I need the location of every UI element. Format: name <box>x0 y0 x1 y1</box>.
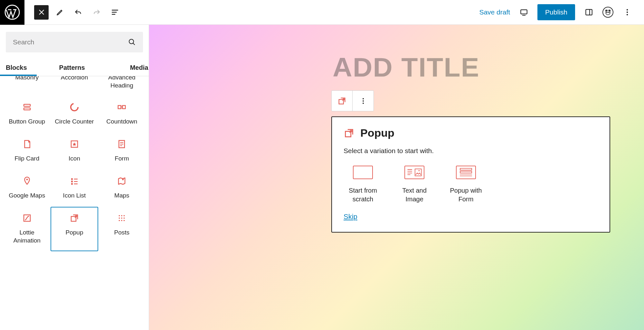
svg-point-35 <box>121 220 122 221</box>
svg-rect-12 <box>24 105 30 106</box>
top-toolbar: Save draft Publish <box>0 0 644 25</box>
text-image-variation-icon <box>404 166 424 179</box>
close-icon <box>37 8 46 16</box>
popup-block-placeholder: Popup Select a variation to start with. … <box>331 116 610 233</box>
redo-button[interactable] <box>89 5 104 20</box>
kebab-icon <box>359 96 368 105</box>
undo-button[interactable] <box>71 5 85 20</box>
block-advanced-heading[interactable]: Advanced Heading <box>98 76 146 96</box>
tab-blocks[interactable]: Blocks <box>0 60 37 76</box>
svg-point-40 <box>363 103 364 104</box>
block-countdown[interactable]: Countdown <box>98 96 146 133</box>
block-flip-card[interactable]: Flip Card <box>3 133 51 170</box>
svg-point-21 <box>26 179 28 180</box>
svg-rect-42 <box>415 169 421 176</box>
block-maps[interactable]: Maps <box>98 170 146 207</box>
svg-point-32 <box>121 218 122 219</box>
svg-point-8 <box>626 9 628 10</box>
block-more-button[interactable] <box>353 91 374 111</box>
maps-icon <box>117 176 127 186</box>
block-posts[interactable]: Posts <box>98 207 146 251</box>
svg-point-33 <box>124 218 125 219</box>
svg-point-31 <box>119 218 120 219</box>
svg-point-9 <box>626 12 628 13</box>
svg-rect-15 <box>118 105 121 109</box>
block-accordion[interactable]: Accordion <box>51 76 98 96</box>
svg-point-43 <box>419 170 420 171</box>
sidebar-icon <box>585 8 593 16</box>
skip-button[interactable]: Skip <box>344 213 357 221</box>
preview-button[interactable] <box>516 5 531 20</box>
popup-block-title: Popup <box>360 127 394 139</box>
icon-list-icon <box>70 176 79 186</box>
svg-rect-1 <box>521 10 527 14</box>
svg-point-30 <box>124 215 125 216</box>
countdown-icon <box>117 102 127 112</box>
more-options-button[interactable] <box>620 5 634 20</box>
panda-avatar-icon <box>604 8 612 16</box>
scratch-variation-icon <box>353 166 373 179</box>
circle-counter-icon <box>70 102 79 112</box>
block-type-button[interactable] <box>332 91 353 111</box>
wordpress-logo[interactable] <box>0 0 24 25</box>
user-avatar[interactable] <box>602 7 613 18</box>
svg-point-25 <box>122 179 124 180</box>
posts-icon <box>117 213 127 223</box>
svg-point-36 <box>124 220 125 221</box>
edit-button[interactable] <box>52 5 67 20</box>
save-draft-button[interactable]: Save draft <box>479 8 510 16</box>
block-popup[interactable]: Popup <box>51 207 98 251</box>
block-lottie-animation[interactable]: Lottie Animation <box>3 207 51 251</box>
block-icon-list[interactable]: Icon List <box>51 170 98 207</box>
publish-button[interactable]: Publish <box>537 4 575 20</box>
svg-rect-2 <box>586 9 592 15</box>
svg-point-38 <box>363 98 364 99</box>
search-input[interactable] <box>13 38 128 46</box>
svg-point-5 <box>606 10 610 15</box>
block-button-group[interactable]: Button Group <box>3 96 51 133</box>
block-google-maps[interactable]: Google Maps <box>3 170 51 207</box>
blocks-list: Masonry Accordion Advanced Heading Butto… <box>0 76 149 330</box>
document-overview-button[interactable] <box>108 5 122 20</box>
variation-text-and-image[interactable]: Text and Image <box>395 166 434 204</box>
variation-start-from-scratch[interactable]: Start from scratch <box>344 166 382 204</box>
svg-rect-46 <box>460 174 472 176</box>
undo-icon <box>74 8 82 16</box>
svg-point-7 <box>608 12 610 13</box>
variation-popup-with-form[interactable]: Popup with Form <box>447 166 485 204</box>
popup-icon <box>70 213 79 223</box>
close-inserter-button[interactable] <box>34 5 49 20</box>
block-inserter-panel: Blocks Patterns Media Masonry Accordion … <box>0 25 149 330</box>
svg-point-16 <box>121 106 122 107</box>
svg-point-29 <box>121 215 122 216</box>
desktop-icon <box>520 8 528 16</box>
svg-rect-23 <box>71 181 73 182</box>
block-circle-counter[interactable]: Circle Counter <box>51 96 98 133</box>
block-form[interactable]: Form <box>98 133 146 170</box>
kebab-icon <box>623 8 631 16</box>
popup-subtitle: Select a variation to start with. <box>344 147 598 155</box>
redo-icon <box>92 8 101 16</box>
svg-point-17 <box>121 108 122 109</box>
svg-point-28 <box>119 215 120 216</box>
svg-rect-13 <box>24 108 30 110</box>
block-toolbar <box>331 90 374 111</box>
button-group-icon <box>22 102 32 112</box>
search-icon <box>128 38 136 46</box>
pencil-icon <box>56 8 64 16</box>
lottie-icon <box>22 213 32 223</box>
svg-point-14 <box>71 104 78 111</box>
svg-rect-22 <box>71 179 73 180</box>
svg-rect-44 <box>460 168 472 170</box>
popup-card-icon <box>344 128 355 139</box>
editor-canvas[interactable]: ADD TITLE Popup Select a variation to st… <box>149 25 644 330</box>
search-box[interactable] <box>6 32 143 52</box>
tab-patterns[interactable]: Patterns <box>37 60 108 76</box>
block-icon[interactable]: Icon <box>51 133 98 170</box>
wordpress-icon <box>5 5 20 20</box>
settings-panel-button[interactable] <box>582 5 596 20</box>
google-maps-icon <box>22 176 32 186</box>
block-masonry[interactable]: Masonry <box>3 76 51 96</box>
page-title-placeholder[interactable]: ADD TITLE <box>333 52 480 83</box>
popup-toolbar-icon <box>337 96 346 105</box>
